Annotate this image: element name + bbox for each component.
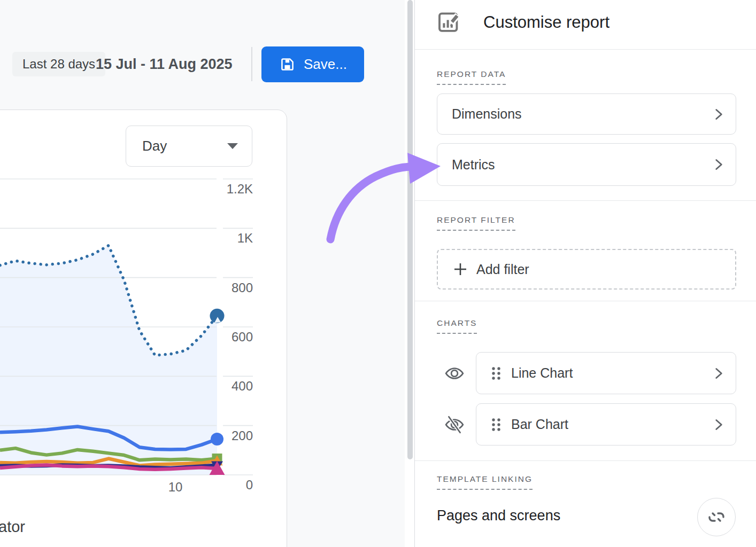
line-chart-card — [0, 110, 287, 547]
add-filter-button[interactable]: Add filter — [437, 249, 736, 290]
bar-chart-item-label: Bar Chart — [511, 417, 568, 432]
customise-report-panel: Customise report REPORT DATA Dimensions … — [414, 0, 756, 547]
line-chart-item-label: Line Chart — [511, 365, 573, 381]
unlink-icon — [707, 507, 726, 527]
add-filter-label: Add filter — [476, 262, 529, 277]
date-range-label[interactable]: 15 Jul - 11 Aug 2025 — [96, 52, 233, 76]
chevron-right-icon — [710, 416, 727, 433]
section-label-template-linking: TEMPLATE LINKING — [437, 474, 533, 490]
divider — [415, 200, 756, 201]
scrollbar-thumb[interactable] — [407, 0, 413, 459]
section-label-report-data: REPORT DATA — [437, 69, 506, 85]
divider — [415, 301, 756, 301]
save-button-label: Save... — [304, 56, 347, 73]
plus-icon — [453, 262, 468, 277]
eye-icon[interactable] — [444, 363, 465, 384]
bar-chart-item[interactable]: Bar Chart — [476, 403, 736, 446]
drag-handle-icon[interactable] — [491, 366, 502, 380]
dropdown-caret-icon — [227, 143, 238, 149]
section-label-charts: CHARTS — [437, 318, 477, 334]
chevron-right-icon — [710, 365, 727, 382]
metrics-card[interactable]: Metrics — [437, 143, 736, 186]
save-button[interactable]: Save... — [261, 46, 364, 82]
edit-report-icon — [436, 9, 462, 35]
save-icon — [279, 56, 296, 73]
template-name: Pages and screens — [437, 507, 560, 524]
eye-off-icon[interactable] — [444, 415, 465, 435]
panel-title: Customise report — [483, 13, 610, 32]
line-chart-item[interactable]: Line Chart — [476, 352, 736, 394]
truncated-row-label: ator — [0, 518, 25, 536]
chevron-right-icon — [710, 106, 727, 123]
dimensions-card[interactable]: Dimensions — [437, 93, 736, 135]
drag-handle-icon[interactable] — [491, 418, 502, 432]
granularity-value: Day — [142, 138, 167, 154]
granularity-dropdown[interactable]: Day — [126, 126, 252, 167]
toolbar-separator — [251, 47, 252, 81]
chevron-right-icon — [710, 156, 727, 173]
section-label-report-filter: REPORT FILTER — [437, 215, 515, 231]
metrics-label: Metrics — [452, 157, 495, 173]
divider — [415, 460, 756, 461]
unlink-template-button[interactable] — [697, 498, 736, 536]
date-preset-chip[interactable]: Last 28 days — [12, 52, 105, 76]
dimensions-label: Dimensions — [452, 106, 522, 122]
divider — [415, 49, 756, 50]
screen: Last 28 days 15 Jul - 11 Aug 2025 Save..… — [0, 0, 756, 547]
